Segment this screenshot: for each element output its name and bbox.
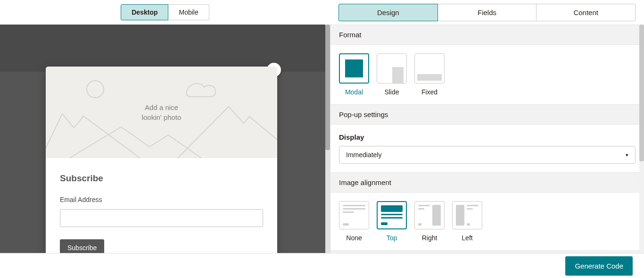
tab-fields[interactable]: Fields [438,4,537,21]
alignment-option-none[interactable] [339,201,369,229]
email-input[interactable] [60,209,263,227]
format-option-slide-label: Slide [377,88,407,96]
format-option-slide[interactable] [377,53,407,84]
display-select[interactable]: Immediately ▾ [339,146,636,164]
section-header-format: Format [330,25,644,45]
slide-icon [392,67,404,83]
format-option-modal[interactable] [339,53,369,84]
photo-placeholder[interactable]: Add a nice lookin' photo [46,67,277,158]
format-option-modal-label: Modal [339,88,369,96]
view-toggle: Desktop Mobile [121,4,209,20]
tab-content[interactable]: Content [537,4,636,21]
section-header-popup-settings: Pop-up settings [330,104,644,125]
preview-scrollbar[interactable] [325,25,330,253]
chevron-down-icon: ▾ [626,152,628,158]
popup-card: ✕ Add a nice lookin' photo Subscribe Ema… [46,67,277,253]
svg-point-0 [87,81,104,98]
preview-pane: ✕ Add a nice lookin' photo Subscribe Ema… [0,25,330,253]
section-header-image-alignment: Image alignment [330,172,644,193]
modal-icon [345,59,363,77]
popup-heading: Subscribe [60,173,263,184]
settings-pane: Format Modal Slide [330,25,644,253]
alignment-option-left-label: Left [452,234,482,242]
tab-design[interactable]: Design [339,4,438,21]
format-option-fixed[interactable] [414,53,445,84]
subscribe-button[interactable]: Subscribe [60,239,104,253]
view-toggle-desktop[interactable]: Desktop [121,4,168,20]
alignment-option-top-label: Top [377,234,407,242]
email-label: Email Address [60,196,263,203]
display-select-value: Immediately [346,151,381,159]
view-toggle-mobile[interactable]: Mobile [168,4,209,20]
main-tabs: Design Fields Content [339,4,636,21]
format-option-fixed-label: Fixed [414,88,445,96]
alignment-option-none-label: None [339,234,369,242]
alignment-option-top[interactable] [377,201,407,229]
alignment-option-right[interactable] [414,201,445,229]
alignment-option-right-label: Right [414,234,445,242]
display-label: Display [339,133,636,141]
fixed-icon [417,74,442,81]
photo-placeholder-text: Add a nice lookin' photo [142,102,182,122]
settings-scrollbar[interactable] [639,25,644,253]
footer-bar: Generate Code [0,253,644,278]
generate-code-button[interactable]: Generate Code [565,256,633,276]
alignment-option-left[interactable] [452,201,482,229]
